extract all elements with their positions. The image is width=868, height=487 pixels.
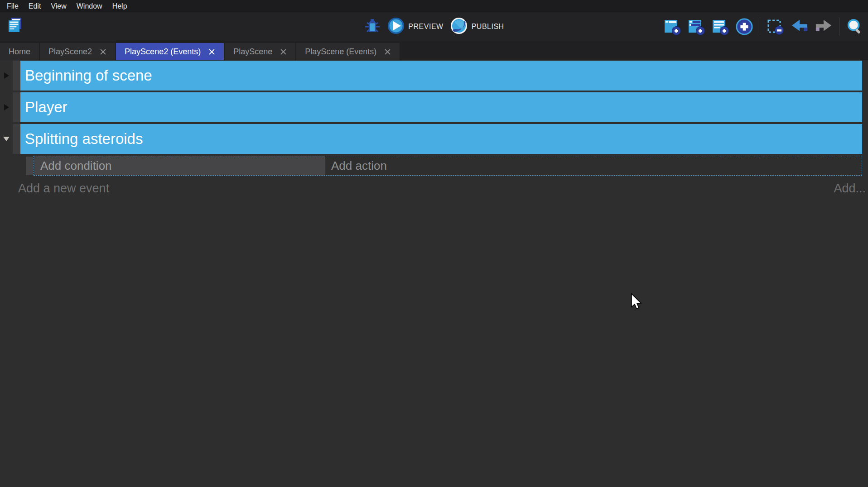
publish-button[interactable]: PUBLISH	[450, 17, 504, 37]
add-new-event-button[interactable]: Add a new event	[18, 181, 109, 196]
tab-playscene2[interactable]: PlayScene2	[40, 43, 115, 60]
menu-file[interactable]: File	[2, 0, 24, 12]
editor-tab-bar: Home PlayScene2 PlayScene2 (Events) Play…	[0, 41, 868, 60]
undo-icon[interactable]	[791, 18, 808, 35]
toolbar-separator	[839, 18, 839, 36]
tab-home[interactable]: Home	[0, 43, 39, 60]
delete-selection-icon[interactable]	[767, 18, 784, 35]
tab-playscene2-events[interactable]: PlayScene2 (Events)	[116, 43, 224, 60]
event-group-row: Player	[0, 92, 862, 122]
publish-label: PUBLISH	[472, 23, 504, 31]
event-group-row: Splitting asteroids	[0, 124, 862, 154]
tab-label: PlayScene2	[48, 47, 92, 57]
main-toolbar: PREVIEW PUBLISH	[0, 12, 868, 41]
add-condition-label: Add condition	[40, 159, 112, 173]
collapsed-arrow-icon	[4, 104, 9, 110]
close-tab-icon[interactable]	[208, 48, 215, 55]
event-drag-handle[interactable]	[13, 61, 20, 91]
close-tab-icon[interactable]	[100, 48, 106, 55]
fold-toggle[interactable]	[0, 124, 13, 154]
events-sheet: Beginning of scene Player Splitting aste…	[0, 60, 868, 196]
mouse-cursor	[631, 293, 642, 312]
add-action-label: Add action	[331, 159, 387, 173]
add-comment-icon[interactable]	[712, 18, 729, 35]
tab-playscene[interactable]: PlayScene	[225, 43, 295, 60]
tab-label: PlayScene2 (Events)	[125, 47, 201, 57]
event-group-bar[interactable]: Player	[20, 92, 862, 122]
publish-globe-icon	[450, 17, 468, 37]
search-icon[interactable]	[846, 18, 863, 35]
event-group-bar[interactable]: Beginning of scene	[20, 61, 862, 91]
event-group-title: Beginning of scene	[25, 67, 152, 84]
menu-window[interactable]: Window	[72, 0, 107, 12]
add-event-icon[interactable]	[664, 18, 681, 35]
event-drag-handle[interactable]	[13, 124, 20, 154]
event-drag-handle[interactable]	[26, 157, 33, 175]
selected-empty-event: Add condition Add action	[26, 156, 862, 176]
expanded-arrow-icon	[3, 137, 10, 141]
tab-label: PlayScene	[233, 47, 272, 57]
tab-playscene-events[interactable]: PlayScene (Events)	[296, 43, 400, 60]
add-action-button[interactable]: Add action	[325, 156, 862, 175]
event-group-title: Player	[25, 99, 68, 116]
tab-label: Home	[9, 47, 30, 57]
close-tab-icon[interactable]	[384, 48, 391, 55]
menu-view[interactable]: View	[46, 0, 71, 12]
menu-edit[interactable]: Edit	[24, 0, 46, 12]
close-tab-icon[interactable]	[280, 48, 287, 55]
event-drag-handle[interactable]	[13, 92, 20, 122]
add-condition-button[interactable]: Add condition	[34, 156, 325, 175]
tab-label: PlayScene (Events)	[305, 47, 376, 57]
event-selection-box: Add condition Add action	[34, 156, 862, 176]
debugger-icon[interactable]	[364, 18, 381, 35]
add-sub-event-icon[interactable]	[688, 18, 705, 35]
event-group-title: Splitting asteroids	[25, 130, 143, 148]
preview-play-icon	[387, 17, 405, 36]
preview-button[interactable]: PREVIEW	[387, 17, 443, 36]
add-event-row: Add a new event Add...	[18, 181, 866, 196]
menu-bar: File Edit View Window Help	[0, 0, 868, 12]
fold-toggle[interactable]	[0, 92, 13, 122]
collapsed-arrow-icon	[4, 72, 9, 79]
event-group-row: Beginning of scene	[0, 61, 862, 91]
preview-label: PREVIEW	[408, 23, 443, 31]
fold-toggle[interactable]	[0, 61, 13, 91]
add-more-button[interactable]: Add...	[834, 181, 866, 196]
choose-and-add-event-icon[interactable]	[736, 18, 753, 35]
redo-icon[interactable]	[815, 18, 832, 35]
event-group-bar[interactable]: Splitting asteroids	[20, 124, 862, 154]
toolbar-separator	[760, 18, 760, 36]
menu-help[interactable]: Help	[107, 0, 132, 12]
